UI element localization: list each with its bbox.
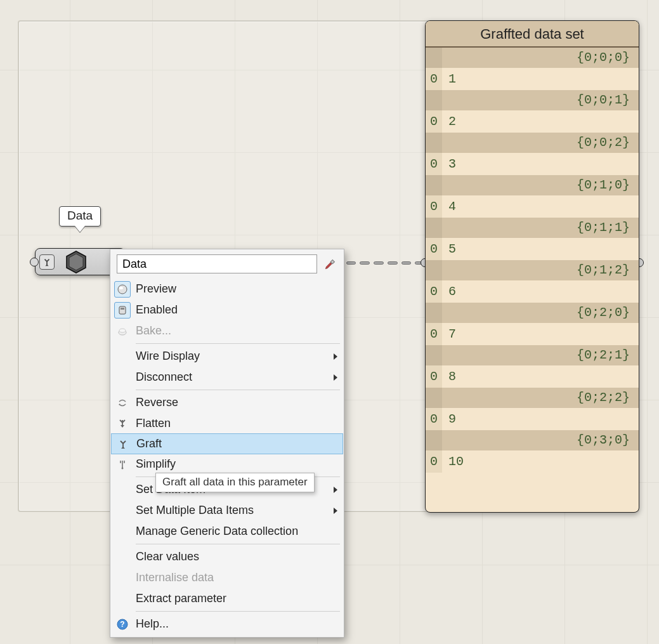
panel-value-row: 09	[426, 408, 639, 430]
panel-path-row: {0;2;0}	[426, 303, 639, 323]
menu-flatten[interactable]: Flatten	[110, 413, 344, 434]
flatten-icon	[114, 416, 131, 432]
panel-path-row: {0;1;0}	[426, 175, 639, 195]
menu-internalise: Internalise data	[110, 567, 344, 588]
graft-icon	[39, 254, 55, 270]
panel-title: Graffted data set	[426, 21, 639, 48]
menu-bake-label: Bake...	[136, 324, 337, 338]
svg-point-3	[118, 285, 127, 294]
reverse-icon	[114, 395, 131, 411]
panel-value-row: 03	[426, 153, 639, 175]
menu-disconnect-label: Disconnect	[136, 371, 334, 384]
blank-icon	[114, 348, 131, 365]
menu-clear-label: Clear values	[136, 550, 337, 563]
panel-path-row: {0;0;1}	[426, 90, 639, 110]
panel-value-row: 010	[426, 450, 639, 473]
svg-rect-5	[119, 306, 126, 314]
menu-reverse[interactable]: Reverse	[110, 392, 344, 413]
tooltip: Graft all data in this parameter	[155, 473, 315, 492]
panel-row-index: 0	[426, 323, 442, 345]
svg-rect-6	[121, 308, 124, 310]
panel-path-row: {0;0;2}	[426, 133, 639, 153]
menu-manage-collection[interactable]: Manage Generic Data collection	[110, 521, 344, 542]
panel-value-row: 07	[426, 323, 639, 345]
panel-row-value: 8	[442, 365, 456, 388]
panel-row-index: 0	[426, 450, 442, 473]
svg-point-8	[119, 329, 126, 332]
panel-row-index: 0	[426, 238, 442, 260]
svg-point-4	[119, 287, 123, 289]
panel-value-row: 01	[426, 68, 639, 90]
submenu-arrow-icon	[334, 487, 337, 493]
panel-row-index: 0	[426, 280, 442, 303]
separator	[136, 544, 340, 544]
panel-row-index: 0	[426, 68, 442, 90]
separator	[136, 611, 340, 612]
menu-preview-label: Preview	[136, 282, 337, 296]
component-label: Data	[59, 206, 101, 227]
tooltip-text: Graft all data in this parameter	[162, 476, 308, 488]
menu-simplify[interactable]: Simplify	[110, 454, 344, 475]
blank-icon	[114, 523, 131, 540]
menu-graft[interactable]: Graft	[111, 433, 343, 454]
blank-icon	[114, 570, 131, 586]
menu-extract-label: Extract parameter	[136, 592, 337, 605]
panel-value-row: 04	[426, 195, 639, 218]
panel-path-row: {0;1;2}	[426, 260, 639, 280]
bake-icon	[114, 323, 131, 339]
component-label-text: Data	[67, 209, 93, 222]
menu-preview[interactable]: Preview	[110, 279, 344, 299]
rename-row	[110, 249, 344, 279]
panel-value-row: 08	[426, 365, 639, 388]
menu-wire-label: Wire Display	[136, 350, 334, 363]
menu-managecol-label: Manage Generic Data collection	[136, 525, 337, 538]
menu-internalise-label: Internalise data	[136, 571, 337, 584]
data-panel[interactable]: Graffted data set {0;0;0}01{0;0;1}02{0;0…	[425, 20, 639, 513]
context-menu: Preview Enabled Bake... Wire Display Dis…	[110, 249, 344, 638]
hexagon-icon	[63, 249, 89, 275]
panel-value-row: 02	[426, 110, 639, 133]
panel-path-row: {0;2;1}	[426, 345, 639, 365]
rename-icon	[323, 257, 337, 271]
menu-disconnect[interactable]: Disconnect	[110, 367, 344, 388]
panel-row-value: 10	[442, 450, 464, 473]
panel-row-index: 0	[426, 408, 442, 430]
menu-flatten-label: Flatten	[136, 417, 337, 430]
menu-wire-display[interactable]: Wire Display	[110, 346, 344, 367]
enabled-icon	[114, 302, 131, 319]
panel-row-value: 6	[442, 280, 456, 303]
input-port[interactable]	[30, 258, 39, 266]
separator	[136, 390, 340, 390]
panel-path-row: {0;3;0}	[426, 430, 639, 450]
menu-bake: Bake...	[110, 320, 344, 341]
svg-point-9	[122, 467, 124, 469]
menu-enabled-label: Enabled	[136, 303, 337, 317]
panel-row-value: 4	[442, 195, 456, 218]
graft-icon	[115, 436, 131, 452]
svg-marker-1	[69, 254, 83, 270]
rename-input[interactable]	[117, 254, 317, 273]
menu-simplify-label: Simplify	[136, 457, 337, 471]
menu-help[interactable]: ? Help...	[110, 614, 344, 634]
menu-extract-parameter[interactable]: Extract parameter	[110, 588, 344, 609]
submenu-arrow-icon	[334, 374, 337, 381]
panel-row-value: 1	[442, 68, 456, 90]
blank-icon	[114, 549, 131, 565]
panel-row-value: 7	[442, 323, 456, 345]
menu-enabled[interactable]: Enabled	[110, 299, 344, 320]
menu-help-label: Help...	[136, 617, 337, 631]
panel-row-value: 9	[442, 408, 456, 430]
panel-row-index: 0	[426, 365, 442, 388]
menu-setmulti-label: Set Multiple Data Items	[136, 504, 334, 517]
panel-row-value: 5	[442, 238, 456, 260]
blank-icon	[114, 503, 131, 519]
submenu-arrow-icon	[334, 508, 337, 514]
panel-row-index: 0	[426, 110, 442, 133]
panel-row-value: 2	[442, 110, 456, 133]
menu-set-multiple-data-items[interactable]: Set Multiple Data Items	[110, 500, 344, 521]
svg-text:?: ?	[120, 620, 124, 629]
menu-clear-values[interactable]: Clear values	[110, 546, 344, 567]
blank-icon	[114, 369, 131, 386]
panel-body: {0;0;0}01{0;0;1}02{0;0;2}03{0;1;0}04{0;1…	[426, 48, 639, 473]
panel-path-row: {0;0;0}	[426, 48, 639, 68]
